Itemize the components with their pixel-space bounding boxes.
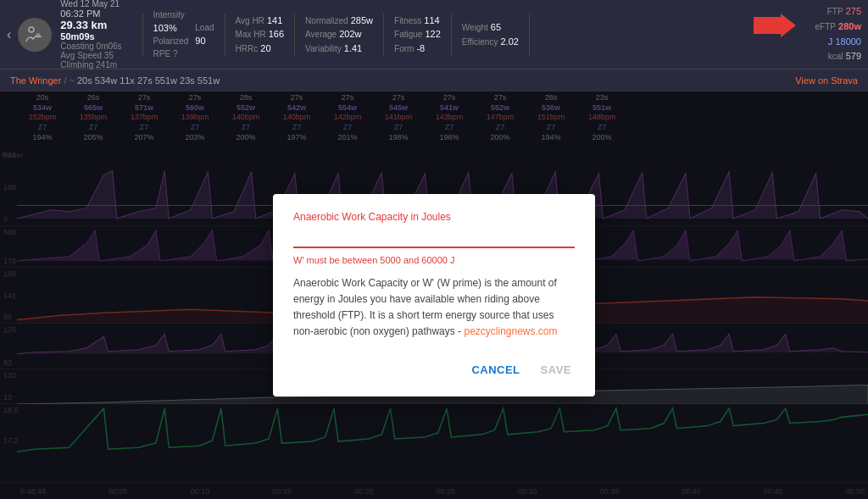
cancel-button[interactable]: CANCEL xyxy=(468,357,523,383)
save-button[interactable]: SAVE xyxy=(537,357,575,383)
divider-1 xyxy=(142,14,143,56)
svg-point-0 xyxy=(29,27,34,32)
max-hr-label: Max HR xyxy=(236,30,266,39)
weight-value: 65 xyxy=(491,22,501,32)
intensity-value: 103% xyxy=(153,21,189,36)
ftp-label: FTP xyxy=(827,7,843,16)
fitness-label: Fitness xyxy=(394,16,421,25)
body-block: Weight 65 Efficiency 2.02 xyxy=(462,20,519,48)
workout-climbing: Climbing 241m xyxy=(60,60,121,69)
workout-info: Wed 12 May 21 06:32 PM 29.33 km 50m09s C… xyxy=(60,0,121,69)
load-block: Load 90 xyxy=(195,21,214,48)
kcal-value: 579 xyxy=(846,51,861,61)
rpe-label: RPE ? xyxy=(153,47,189,60)
load-value: 90 xyxy=(195,34,214,48)
polarized-label: Polarized xyxy=(153,35,189,47)
breadcrumb-bar: The Wringer / ~ 20s 534w 11x 27s 551w 23… xyxy=(0,69,868,91)
strava-link[interactable]: View on Strava xyxy=(795,75,858,86)
average-value: 202w xyxy=(339,29,361,39)
normalized-label: Normalized xyxy=(305,16,348,25)
divider-3 xyxy=(294,14,295,56)
ftp-value: 275 xyxy=(846,6,861,16)
divider-5 xyxy=(451,14,452,56)
workout-coasting: Coasting 0m06s xyxy=(60,42,121,51)
modal-description: Anaerobic Work Capacity or W' (W prime) … xyxy=(293,275,575,341)
breadcrumb-segments: 20s 534w 11x 27s 551w 23s 551w xyxy=(77,75,220,86)
intensity-label: Intensity xyxy=(153,8,189,21)
avg-hr-label: Avg HR xyxy=(236,16,264,25)
svg-marker-2 xyxy=(754,14,796,37)
efficiency-value: 2.02 xyxy=(501,36,519,47)
modal-input-label: Anaerobic Work Capacity in Joules xyxy=(293,211,575,223)
chart-area: 20s 534w 152bpm Z7 194% 26s 565w 135bpm … xyxy=(0,91,868,499)
hrrc-value: 20 xyxy=(260,43,270,53)
hr-block: Avg HR 141 Max HR 166 HRRc 20 xyxy=(236,14,285,56)
breadcrumb: The Wringer / ~ 20s 534w 11x 27s 551w 23… xyxy=(10,75,220,86)
load-label: Load xyxy=(195,21,214,34)
fitness-block: Fitness 114 Fatigue 122 Form -8 xyxy=(394,14,441,56)
pez-link[interactable]: pezcyclingnews.com xyxy=(464,325,557,337)
fatigue-label: Fatigue xyxy=(394,30,422,39)
avg-hr-value: 141 xyxy=(267,15,282,25)
divider-6 xyxy=(529,14,530,56)
modal-actions: CANCEL SAVE xyxy=(293,357,575,383)
eftp-label: eFTP xyxy=(815,22,836,31)
w-value: J 18000 xyxy=(815,35,861,50)
modal-overlay[interactable]: Anaerobic Work Capacity in Joules W' mus… xyxy=(0,91,868,499)
w-prime-input[interactable] xyxy=(293,226,575,248)
divider-2 xyxy=(225,14,225,56)
hrrc-label: HRRc xyxy=(236,44,259,53)
variability-value: 1.41 xyxy=(344,43,362,53)
workout-distance: 29.33 km xyxy=(60,19,121,31)
divider-4 xyxy=(383,14,384,56)
workout-avg-speed: Avg Speed 35 xyxy=(60,51,121,60)
red-arrow-indicator xyxy=(754,14,787,34)
variability-label: Variability xyxy=(305,44,342,53)
form-value: -8 xyxy=(416,43,425,53)
w-prime-modal: Anaerobic Work Capacity in Joules W' mus… xyxy=(273,194,595,397)
form-label: Form xyxy=(394,44,414,53)
fatigue-value: 122 xyxy=(425,29,440,39)
back-button[interactable]: ‹ xyxy=(7,27,11,42)
intensity-block: Intensity 103% Polarized RPE ? xyxy=(153,8,189,61)
weight-label: Weight xyxy=(462,23,488,32)
workout-time: 06:32 PM xyxy=(60,8,121,19)
max-hr-value: 166 xyxy=(269,29,284,39)
power-block: Normalized 285w Average 202w Variability… xyxy=(305,14,373,56)
workout-header: ‹ Wed 12 May 21 06:32 PM 29.33 km 50m09s… xyxy=(0,0,868,69)
average-label: Average xyxy=(305,30,337,39)
fitness-value: 114 xyxy=(424,15,439,25)
ftp-block[interactable]: FTP 275 eFTP 280w J 18000 kcal 579 xyxy=(815,4,861,64)
activity-icon xyxy=(18,18,52,52)
workout-name: The Wringer xyxy=(10,75,61,86)
kcal-label: kcal xyxy=(828,52,843,61)
workout-duration: 50m09s xyxy=(60,31,121,42)
efficiency-label: Efficiency xyxy=(462,37,498,47)
modal-error-message: W' must be between 5000 and 60000 J xyxy=(293,255,575,265)
workout-date: Wed 12 May 21 xyxy=(60,0,121,8)
eftp-value: 280w xyxy=(838,21,861,31)
normalized-value: 285w xyxy=(351,15,373,25)
